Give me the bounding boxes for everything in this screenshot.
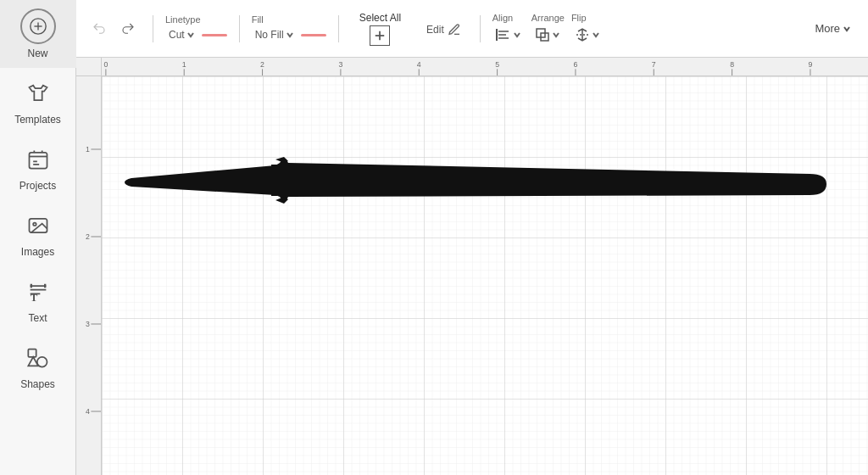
more-label: More [815, 22, 840, 35]
svg-text:3: 3 [338, 61, 342, 70]
shapes-icon [26, 346, 50, 370]
divider-1 [153, 15, 153, 42]
projects-icon [26, 148, 50, 171]
svg-text:T: T [30, 292, 37, 304]
more-button[interactable]: More [808, 19, 858, 38]
sidebar-item-new[interactable]: New [0, 0, 76, 68]
sidebar-item-templates[interactable]: Templates [0, 68, 76, 134]
svg-rect-51 [102, 76, 868, 475]
svg-text:2: 2 [86, 232, 90, 241]
svg-text:4: 4 [417, 61, 421, 70]
sidebar-item-images[interactable]: Images [0, 200, 76, 266]
toolbar: Linetype Cut Fill No Fill [76, 0, 868, 58]
svg-rect-8 [28, 349, 36, 357]
sidebar-item-label-images: Images [21, 246, 54, 258]
select-all-icon [374, 30, 386, 42]
arrange-group: Arrange [531, 13, 565, 44]
divider-4 [480, 15, 481, 42]
select-all-button[interactable]: Select All [354, 10, 406, 48]
linetype-group: Linetype Cut [165, 14, 227, 42]
linetype-value: Cut [169, 29, 185, 41]
canvas-content[interactable] [102, 76, 868, 475]
main-area: Linetype Cut Fill No Fill [76, 0, 868, 475]
svg-text:9: 9 [809, 61, 813, 70]
sidebar-item-label-projects: Projects [19, 180, 56, 192]
sidebar-item-text[interactable]: T Text [0, 266, 76, 332]
svg-text:5: 5 [495, 61, 499, 70]
svg-rect-18 [102, 58, 868, 75]
linetype-label: Linetype [165, 14, 201, 25]
align-label: Align [492, 13, 513, 24]
svg-text:1: 1 [182, 61, 186, 70]
svg-text:3: 3 [86, 320, 90, 328]
sidebar: New Templates Projects [0, 0, 76, 475]
svg-text:4: 4 [86, 407, 90, 416]
sidebar-item-label-text: Text [28, 312, 47, 324]
edit-button[interactable]: Edit [420, 20, 468, 40]
flip-group: Flip [571, 13, 604, 44]
text-icon: T [26, 280, 50, 304]
canvas-area[interactable]: 0 1 2 3 4 5 6 7 8 9 [76, 58, 868, 475]
edit-group: Edit [420, 18, 468, 40]
sidebar-item-shapes[interactable]: Shapes [0, 332, 76, 399]
edit-label: Edit [426, 24, 444, 36]
sidebar-item-label-new: New [27, 48, 47, 59]
svg-text:8: 8 [730, 61, 734, 70]
arrange-label: Arrange [531, 13, 565, 24]
svg-text:2: 2 [260, 61, 264, 70]
divider-3 [338, 15, 339, 42]
fill-color-swatch [301, 34, 326, 36]
fill-dropdown[interactable]: No Fill [252, 27, 298, 42]
svg-rect-3 [29, 153, 47, 169]
undo-button[interactable] [86, 16, 112, 42]
plus-circle-icon [29, 17, 47, 36]
arrange-dropdown[interactable] [531, 25, 564, 44]
linetype-dropdown[interactable]: Cut [165, 27, 198, 42]
ruler-left: 0 1 2 3 4 [76, 58, 102, 475]
fill-label: Fill [252, 14, 264, 25]
svg-text:0: 0 [103, 61, 108, 70]
select-all-icon-box [370, 25, 390, 46]
svg-point-5 [33, 223, 36, 226]
select-all-label: Select All [359, 12, 401, 24]
flip-dropdown[interactable] [571, 25, 604, 44]
sidebar-item-projects[interactable]: Projects [0, 134, 76, 200]
svg-text:1: 1 [86, 145, 90, 154]
undo-redo-group [86, 16, 141, 42]
svg-text:7: 7 [652, 61, 656, 70]
grid [102, 76, 868, 475]
images-icon [26, 214, 50, 238]
align-group: Align [492, 13, 525, 44]
shirt-icon [26, 81, 50, 105]
ruler-corner [76, 58, 102, 76]
select-all-group: Select All [354, 9, 406, 48]
align-dropdown[interactable] [492, 25, 525, 44]
sidebar-item-label-shapes: Shapes [20, 378, 55, 390]
ruler-top: 0 1 2 3 4 5 6 7 8 9 [102, 58, 868, 76]
fill-group: Fill No Fill [252, 14, 326, 42]
fill-value: No Fill [255, 29, 284, 41]
svg-text:6: 6 [573, 61, 577, 70]
divider-2 [239, 15, 240, 42]
redo-button[interactable] [115, 16, 141, 42]
linetype-color-swatch [202, 34, 227, 36]
flip-label: Flip [571, 13, 587, 24]
sidebar-item-label-templates: Templates [14, 114, 61, 126]
